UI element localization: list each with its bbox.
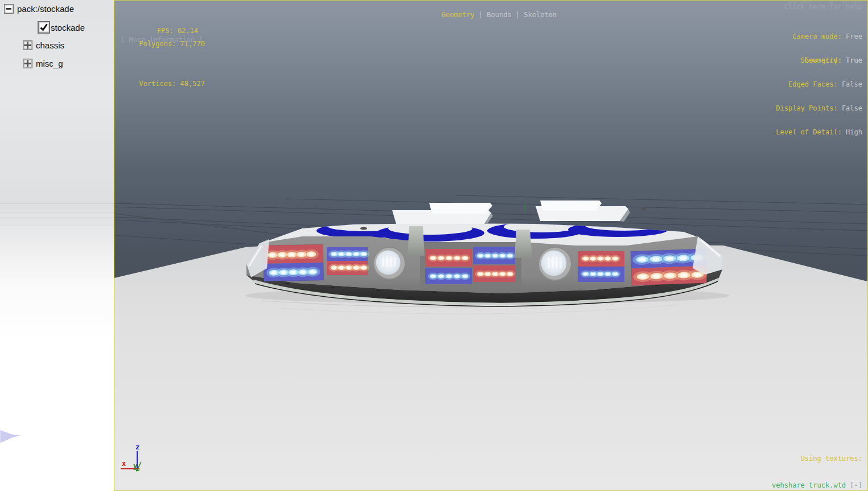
texture-name[interactable]: vehshare_truck.wtd — [772, 481, 846, 489]
tab-separator: | — [475, 11, 487, 19]
setting-display-points[interactable]: Display Points: False — [776, 104, 862, 112]
stray-model-fragment — [0, 429, 20, 444]
texture-remove-button[interactable]: [-] — [850, 481, 862, 489]
tree-item-misc-g[interactable]: misc_g — [23, 59, 63, 68]
tree-item-label[interactable]: pack:/stockade — [17, 4, 74, 14]
tab-bounds[interactable]: Bounds — [487, 11, 511, 19]
axis-y-label: y — [133, 462, 137, 470]
tree-item-label[interactable]: misc_g — [36, 59, 63, 68]
tree-item-stockade[interactable]: stockade — [38, 21, 85, 34]
tab-geometry[interactable]: Geometry — [442, 11, 475, 19]
textures-header: Using textures: — [772, 453, 862, 464]
sidebar-bleedthrough-line — [0, 203, 114, 204]
vertices-value: 48,527 — [180, 80, 205, 88]
geometry-stats-block: Polygons: 71,770 Vertices: 48,527 — [114, 16, 198, 112]
render-settings-block: Geometry: True Edged Faces: False Displa… — [776, 40, 862, 152]
3d-viewport[interactable]: x y z FPS: 62.14 Polygons: 71,770 Vertic… — [114, 0, 868, 491]
siren-speaker-1 — [373, 247, 405, 279]
tree-item-label[interactable]: stockade — [51, 23, 85, 32]
setting-geometry[interactable]: Geometry: True — [776, 56, 862, 64]
texture-row: vehshare_truck.wtd [-] — [772, 480, 862, 491]
expand-plus-icon[interactable] — [23, 59, 32, 68]
model-tree-sidebar: pack:/stockade stockade chassis misc_g — [0, 0, 114, 491]
help-link[interactable]: Click here for help — [784, 3, 862, 11]
collapse-minus-icon[interactable] — [4, 4, 14, 14]
tree-item-label[interactable]: chassis — [36, 40, 64, 50]
vertices-label: Vertices: — [139, 80, 180, 88]
mode-tabs: Geometry | Bounds | Skeleton — [114, 3, 867, 27]
sidebar-bleedthrough-line — [0, 218, 114, 218]
setting-edged-faces[interactable]: Edged Faces: False — [776, 80, 862, 88]
light-module-center-quad — [420, 242, 521, 288]
sidebar-bleedthrough-line — [0, 207, 114, 207]
expand-plus-icon[interactable] — [23, 40, 32, 50]
tree-item-chassis[interactable]: chassis — [23, 40, 64, 50]
tree-item-pack-stockade[interactable]: pack:/stockade — [4, 4, 74, 14]
more-information-button[interactable]: [ More information ] — [121, 36, 203, 44]
textures-panel: Using textures: vehshare_truck.wtd [-] v… — [772, 437, 862, 491]
setting-level-of-detail[interactable]: Level of Detail: High — [776, 128, 862, 136]
sidebar-bleedthrough-line — [0, 226, 114, 226]
axis-z-label: z — [135, 443, 139, 451]
sidebar-bleedthrough-line — [0, 212, 114, 212]
setting-camera-mode[interactable]: Camera mode: Free — [792, 32, 862, 40]
siren-speaker-2 — [538, 247, 571, 280]
tab-skeleton[interactable]: Skeleton — [524, 11, 557, 19]
viewport-canvas[interactable]: x y z — [114, 1, 867, 490]
checkbox-checked-icon[interactable] — [38, 21, 50, 34]
mount-strap-1 — [408, 226, 425, 256]
axis-x-label: x — [122, 460, 126, 468]
tab-separator: | — [512, 11, 524, 19]
mount-strap-2 — [515, 230, 532, 258]
